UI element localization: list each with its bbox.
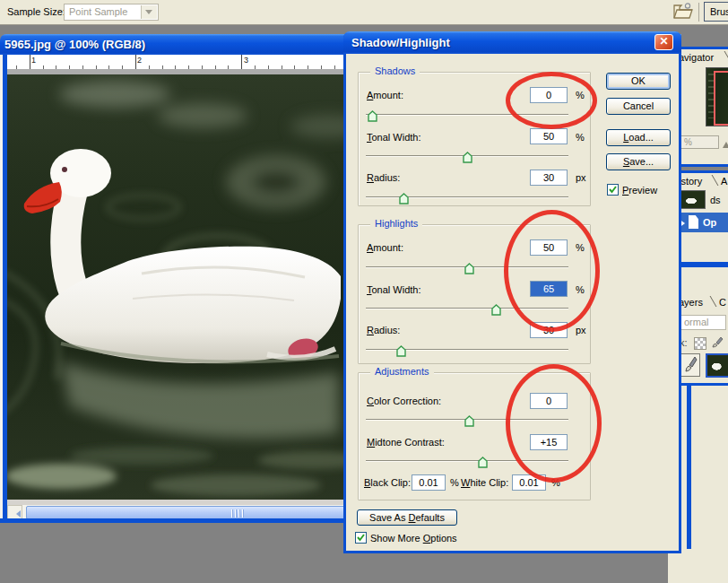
shadows-radius-slider[interactable]	[366, 191, 568, 204]
dialog-titlebar[interactable]: Shadow/Highlight ✕	[343, 31, 681, 54]
slider-thumb[interactable]	[399, 192, 409, 204]
slider-thumb[interactable]	[463, 151, 472, 162]
slider-thumb[interactable]	[368, 109, 377, 121]
tab-notch	[706, 175, 719, 186]
scrollbar-grip	[231, 509, 246, 518]
sample-size-value: Point Sample	[69, 6, 127, 17]
tab-navigator[interactable]: avigator	[679, 52, 714, 63]
highlights-radius-slider[interactable]	[366, 344, 568, 356]
show-more-label: Show More	[370, 533, 423, 544]
window-border-vertical	[687, 381, 691, 549]
tab-actions-partial[interactable]: A	[721, 176, 727, 187]
sample-size-select[interactable]: Point Sample	[64, 4, 159, 21]
shadows-radius-unit: px	[576, 172, 586, 183]
slider-thumb[interactable]	[478, 456, 488, 467]
layer-row-background[interactable]	[678, 352, 728, 381]
slider-thumb[interactable]	[396, 344, 406, 356]
save-as-defaults-button[interactable]: Save As Defaults	[357, 509, 457, 526]
image-canvas-swan-photo[interactable]	[7, 74, 343, 500]
tab-channels-partial[interactable]: C	[719, 297, 726, 308]
shadows-tonal-label: Tonal Width:	[367, 132, 421, 143]
navigator-thumbnail[interactable]	[706, 67, 728, 126]
slider-thumb[interactable]	[464, 262, 474, 274]
save-button[interactable]: Save...	[606, 153, 671, 170]
blend-mode-select[interactable]: ormal	[680, 315, 726, 330]
layers-panel: ayers C ormal k:	[675, 265, 728, 386]
show-more-hotkey: O	[423, 533, 431, 544]
brushes-palette-label: Brus	[710, 6, 728, 17]
shadows-legend: Shadows	[370, 65, 420, 76]
layer-thumbnail[interactable]	[706, 353, 728, 378]
shadows-tonal-field[interactable]: 50	[530, 128, 568, 144]
ruler-mark: 3	[244, 56, 248, 65]
shadows-tonal-unit: %	[576, 132, 585, 143]
preview-label: Preview	[622, 185, 657, 196]
history-panel: istory A ds Op	[675, 170, 728, 265]
annotation-circle-highlights	[504, 210, 600, 332]
shadows-amount-label: Amount:	[367, 90, 403, 100]
annotation-circle-shadows-amount	[506, 72, 597, 129]
toolbar-separator	[698, 3, 699, 22]
highlights-radius-label: Radius:	[367, 325, 400, 335]
shadows-radius-field[interactable]: 30	[530, 170, 568, 186]
highlights-tonal-label: Tonal Width:	[367, 284, 421, 295]
brushes-palette-tab[interactable]: Brus	[704, 2, 728, 22]
ruler-mark: 2	[137, 56, 142, 65]
color-correction-label: Color Correction:	[367, 396, 441, 406]
screen: { "colors": { "titlebar_blue": "#0a53dc"…	[0, 0, 728, 583]
tab-notch	[718, 51, 728, 62]
black-clip-field[interactable]: 0.01	[412, 474, 446, 491]
options-toolbar: Sample Size: Point Sample Brus	[0, 0, 728, 25]
save-as-defaults-label-end: efaults	[415, 512, 444, 523]
save-as-defaults-label: Save As	[369, 512, 408, 523]
slider-track[interactable]	[366, 196, 568, 198]
show-more-options-label: Show More Options	[370, 533, 457, 544]
history-state-open[interactable]: Op	[678, 213, 728, 232]
ok-button[interactable]: OK	[606, 73, 671, 90]
tab-history[interactable]: istory	[679, 176, 702, 187]
preview-checkbox[interactable]	[607, 184, 619, 196]
white-clip-label: White Clip:	[461, 477, 508, 488]
shadow-highlight-dialog: Shadow/Highlight ✕ Shadows Amount: 0 % T…	[343, 31, 681, 553]
highlights-legend: Highlights	[370, 218, 422, 229]
navigator-zoom-field[interactable]: %	[680, 135, 719, 149]
shadows-tonal-slider[interactable]	[366, 150, 568, 162]
ruler-mark: 1	[31, 56, 36, 65]
zoom-slider-icon[interactable]	[723, 138, 728, 148]
slider-thumb[interactable]	[491, 303, 501, 315]
highlights-radius-unit: px	[576, 325, 586, 335]
black-clip-label: Black Clip:	[364, 477, 411, 488]
show-more-label-end: ptions	[430, 533, 456, 544]
midtone-contrast-label: Midtone Contrast:	[367, 437, 445, 448]
highlights-amount-label: Amount:	[367, 242, 403, 253]
history-snapshot-label: ds	[710, 195, 721, 205]
document-icon	[689, 215, 698, 229]
annotation-circle-adjustments	[506, 364, 602, 483]
history-state-label: Op	[703, 217, 716, 228]
lock-paint-brush-icon[interactable]	[710, 335, 724, 349]
lock-transparency-icon[interactable]	[694, 337, 706, 350]
navigator-view-box[interactable]	[714, 71, 728, 126]
shadows-radius-label: Radius:	[367, 172, 400, 183]
show-more-options-checkbox[interactable]	[355, 532, 367, 544]
document-title: 5965.jpg @ 100% (RGB/8)	[4, 38, 145, 51]
close-icon[interactable]: ✕	[654, 34, 673, 50]
history-snapshot-thumbnail[interactable]	[680, 190, 706, 209]
navigator-panel: avigator %	[675, 47, 728, 167]
cancel-button[interactable]: Cancel	[606, 98, 671, 115]
layer-paint-indicator[interactable]	[680, 353, 700, 377]
dialog-title: Shadow/Highlight	[351, 36, 450, 49]
sample-size-label: Sample Size:	[7, 6, 65, 17]
black-clip-unit: %	[450, 477, 459, 488]
tab-notch	[704, 296, 717, 307]
adjustments-legend: Adjustments	[370, 366, 434, 377]
tab-layers[interactable]: ayers	[679, 297, 703, 308]
file-browser-icon[interactable]	[672, 2, 694, 22]
combo-dropdown-button[interactable]	[141, 5, 157, 19]
scroll-left-icon	[13, 510, 21, 518]
chevron-down-icon	[145, 10, 152, 18]
slider-thumb[interactable]	[464, 414, 474, 426]
load-button[interactable]: Load...	[606, 129, 671, 146]
